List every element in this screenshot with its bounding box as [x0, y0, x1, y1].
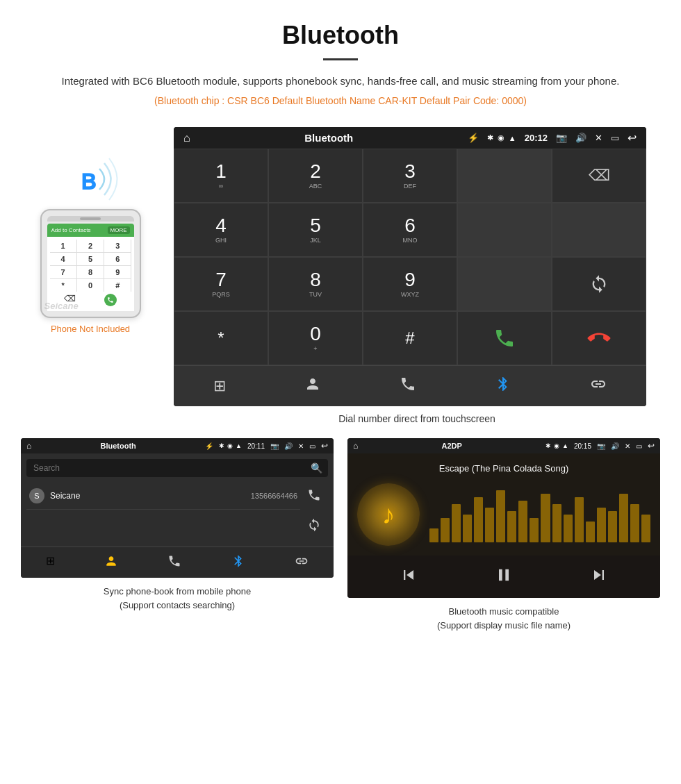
dial-window-icon[interactable]: ▭ [611, 133, 619, 143]
pb-volume-icon[interactable]: 🔊 [284, 442, 293, 450]
dial-key-call-red[interactable] [552, 311, 646, 365]
music-screen: ⌂ A2DP ✱ ◉ ▲ 20:15 📷 🔊 ✕ ▭ ↩ Escape (The… [347, 438, 660, 598]
pb-window-icon[interactable]: ▭ [309, 442, 315, 450]
dial-key-0[interactable]: 0+ [268, 311, 363, 365]
music-bar [474, 497, 483, 542]
dialer-body: 1∞ 2ABC 3DEF ⌫ 4GHI 5JKL [174, 149, 646, 365]
phonebook-caption: Sync phone-book from mobile phone (Suppo… [21, 585, 334, 612]
pb-person-btn[interactable] [104, 554, 118, 571]
dial-key-2[interactable]: 2ABC [268, 149, 363, 203]
pb-status-icons: ✱ ◉ ▲ [219, 442, 242, 449]
dial-home-icon[interactable]: ⌂ [183, 132, 190, 144]
pb-home-icon[interactable]: ⌂ [26, 441, 31, 451]
dialer-grid-btn[interactable]: ⊞ [213, 377, 226, 395]
phone-backspace[interactable]: ⌫ [64, 294, 76, 306]
dial-status-bar: ⌂ Bluetooth ⚡ ✱ ◉ ▲ 20:12 📷 🔊 ✕ ▭ ↩ [174, 127, 646, 149]
dial-key-6[interactable]: 6MNO [363, 203, 457, 257]
pb-phone-btn[interactable] [167, 554, 181, 571]
phone-key-9[interactable]: 9 [104, 266, 131, 278]
dial-key-hash[interactable]: # [363, 311, 457, 365]
phone-key-4[interactable]: 4 [50, 253, 76, 265]
search-icon: 🔍 [311, 462, 322, 474]
phonebook-status-bar: ⌂ Bluetooth ⚡ ✱ ◉ ▲ 20:11 📷 🔊 ✕ ▭ ↩ [21, 438, 334, 453]
dialer-phone-btn[interactable] [400, 376, 416, 397]
dialer-bt-btn[interactable] [495, 376, 511, 397]
dial-key-sync[interactable] [552, 257, 646, 311]
pb-x-icon[interactable]: ✕ [298, 442, 304, 450]
phonebook-bottom-bar: ⊞ [21, 547, 334, 578]
music-x-icon[interactable]: ✕ [625, 442, 630, 450]
pb-camera-icon[interactable]: 📷 [270, 442, 279, 450]
dial-key-9[interactable]: 9WXYZ [363, 257, 457, 311]
phone-key-3[interactable]: 3 [104, 240, 131, 252]
dialer-link-btn[interactable] [590, 376, 607, 397]
music-back-icon[interactable]: ↩ [648, 441, 655, 451]
pb-back-icon[interactable]: ↩ [321, 441, 328, 451]
phone-key-5[interactable]: 5 [77, 253, 104, 265]
music-status-icons: ✱ ◉ ▲ [545, 442, 568, 449]
phone-key-0[interactable]: 0 [77, 279, 104, 292]
bottom-row: ⌂ Bluetooth ⚡ ✱ ◉ ▲ 20:11 📷 🔊 ✕ ▭ ↩ [0, 438, 681, 653]
svg-text:ʙ: ʙ [80, 165, 96, 195]
pb-call-side-btn[interactable] [307, 488, 321, 506]
phone-key-1[interactable]: 1 [50, 240, 76, 252]
music-note-icon: ♪ [382, 500, 395, 530]
more-btn[interactable]: MORE [108, 226, 130, 234]
phonebook-caption-line1: Sync phone-book from mobile phone [104, 586, 251, 597]
pb-sync-side-btn[interactable] [307, 518, 321, 535]
music-camera-icon[interactable]: 📷 [597, 442, 605, 450]
add-contact-label: Add to Contacts [51, 227, 91, 233]
dial-key-3[interactable]: 3DEF [363, 149, 457, 203]
dialer-contacts-btn[interactable] [304, 376, 321, 397]
bt-waves-icon: ʙ [59, 155, 122, 203]
music-prev-btn[interactable] [399, 565, 418, 588]
phone-key-2[interactable]: 2 [77, 240, 104, 252]
music-next-btn[interactable] [589, 565, 609, 588]
dial-back-icon[interactable]: ↩ [627, 131, 637, 144]
pb-grid-btn[interactable]: ⊞ [46, 554, 55, 571]
contact-row[interactable]: S Seicane 13566664466 [26, 483, 300, 510]
header-description: Integrated with BC6 Bluetooth module, su… [42, 73, 639, 90]
music-caption-line1: Bluetooth music compatible [449, 606, 559, 617]
pb-link-btn[interactable] [295, 554, 309, 571]
music-bar [541, 494, 550, 542]
music-bar [552, 504, 561, 542]
phone-call-button[interactable] [104, 294, 117, 306]
phone-not-included-label: Phone Not Included [51, 324, 130, 334]
contact-initial: S [29, 488, 44, 503]
phone-key-hash[interactable]: # [104, 279, 131, 292]
music-bar [630, 504, 639, 542]
pb-bt-btn[interactable] [231, 554, 245, 571]
phone-key-7[interactable]: 7 [50, 266, 76, 278]
contact-number: 13566664466 [251, 492, 297, 500]
music-status-bar: ⌂ A2DP ✱ ◉ ▲ 20:15 📷 🔊 ✕ ▭ ↩ [347, 438, 660, 453]
dial-camera-icon[interactable]: 📷 [556, 133, 567, 143]
music-home-icon[interactable]: ⌂ [353, 441, 358, 451]
contact-name: Seicane [50, 491, 245, 501]
dial-x-icon[interactable]: ✕ [595, 133, 602, 143]
phone-key-6[interactable]: 6 [104, 253, 131, 265]
dial-volume-icon[interactable]: 🔊 [575, 133, 586, 143]
header-divider [323, 58, 358, 60]
pb-bt-icon: ✱ [219, 442, 224, 449]
dial-key-star[interactable]: * [174, 311, 268, 365]
dial-key-backspace[interactable]: ⌫ [552, 149, 646, 203]
dial-key-7[interactable]: 7PQRS [174, 257, 268, 311]
contact-list: S Seicane 13566664466 [26, 483, 300, 541]
music-caption-line2: (Support display music file name) [437, 620, 571, 631]
music-title-bar: A2DP [363, 442, 540, 450]
music-window-icon[interactable]: ▭ [636, 442, 642, 450]
dial-key-call-green[interactable] [457, 311, 552, 365]
music-play-pause-btn[interactable] [494, 565, 514, 588]
dial-key-1[interactable]: 1∞ [174, 149, 268, 203]
dial-key-4[interactable]: 4GHI [174, 203, 268, 257]
pb-time: 20:11 [247, 442, 265, 450]
dial-key-8[interactable]: 8TUV [268, 257, 363, 311]
dial-key-5[interactable]: 5JKL [268, 203, 363, 257]
phonebook-search-input[interactable] [26, 459, 328, 477]
phone-key-8[interactable]: 8 [77, 266, 104, 278]
phone-mockup: Add to Contacts MORE 1 2 3 4 5 6 7 8 9 *… [40, 209, 141, 318]
music-volume-icon[interactable]: 🔊 [611, 442, 619, 450]
main-content: ʙ Add to Contacts MORE 1 2 [0, 127, 681, 438]
phone-key-star[interactable]: * [50, 279, 76, 292]
